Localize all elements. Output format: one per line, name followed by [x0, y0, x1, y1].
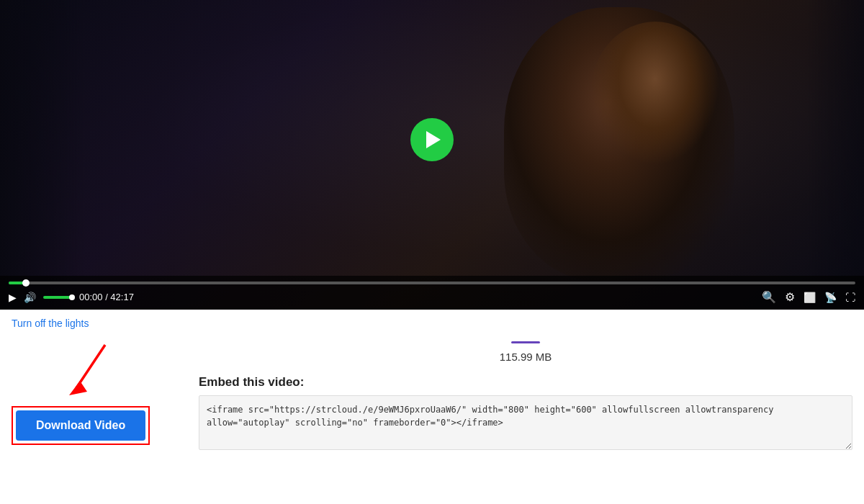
cast-ctrl-icon[interactable]: 📡 [824, 292, 837, 303]
search-ctrl-icon[interactable]: 🔍 [762, 290, 776, 304]
controls-left: ▶ 🔊 00:00 / 42:17 [9, 292, 134, 303]
video-player: ▶ 🔊 00:00 / 42:17 🔍 ⚙ ⬜ 📡 ⛶ [0, 0, 864, 310]
volume-fill [43, 296, 72, 299]
embed-title: Embed this video: [199, 375, 852, 390]
volume-handle [69, 294, 75, 300]
left-section: Download Video [12, 341, 170, 445]
volume-bar[interactable] [43, 296, 72, 299]
settings-ctrl-icon[interactable]: ⚙ [785, 290, 795, 304]
svg-marker-1 [69, 381, 87, 395]
content-row: Download Video 115.99 MB Embed this vide… [0, 341, 864, 453]
play-ctrl-icon[interactable]: ▶ [9, 292, 17, 303]
red-arrow-svg [55, 341, 127, 406]
embed-code-textarea[interactable] [199, 395, 852, 450]
video-controls-bar: ▶ 🔊 00:00 / 42:17 🔍 ⚙ ⬜ 📡 ⛶ [0, 276, 864, 310]
progress-handle [22, 279, 30, 287]
progress-bar[interactable] [9, 282, 855, 284]
arrow-indicator [55, 341, 127, 406]
file-size-area: 115.99 MB [199, 341, 852, 364]
turn-off-lights-link[interactable]: Turn off the lights [12, 318, 89, 329]
right-shadow [806, 0, 864, 310]
volume-icon[interactable]: 🔊 [24, 292, 36, 303]
controls-row: ▶ 🔊 00:00 / 42:17 🔍 ⚙ ⬜ 📡 ⛶ [9, 290, 855, 304]
controls-right: 🔍 ⚙ ⬜ 📡 ⛶ [762, 290, 855, 304]
time-display: 00:00 / 42:17 [79, 292, 134, 302]
pip-ctrl-icon[interactable]: ⬜ [804, 292, 816, 303]
download-video-button[interactable]: Download Video [16, 410, 145, 441]
file-size-text: 115.99 MB [500, 351, 552, 363]
play-button[interactable] [410, 118, 454, 161]
left-shadow [0, 0, 86, 310]
turn-off-lights-section: Turn off the lights [0, 317, 864, 330]
embed-section: Embed this video: [199, 375, 852, 453]
below-video-area: Turn off the lights Download Video [0, 310, 864, 453]
progress-fill [9, 282, 26, 284]
download-button-highlight: Download Video [12, 406, 150, 445]
fullscreen-ctrl-icon[interactable]: ⛶ [845, 292, 855, 303]
face-highlight [590, 22, 720, 166]
right-section: 115.99 MB Embed this video: [199, 341, 852, 453]
svg-line-0 [76, 345, 105, 388]
divider-line [511, 341, 540, 343]
play-icon [426, 131, 441, 148]
